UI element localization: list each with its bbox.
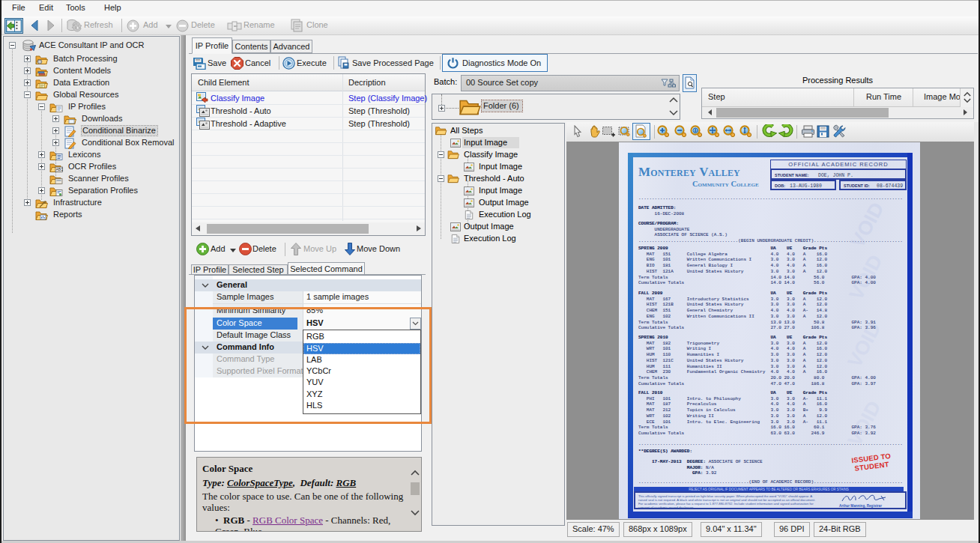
svg-text:ABC: ABC bbox=[56, 168, 64, 172]
